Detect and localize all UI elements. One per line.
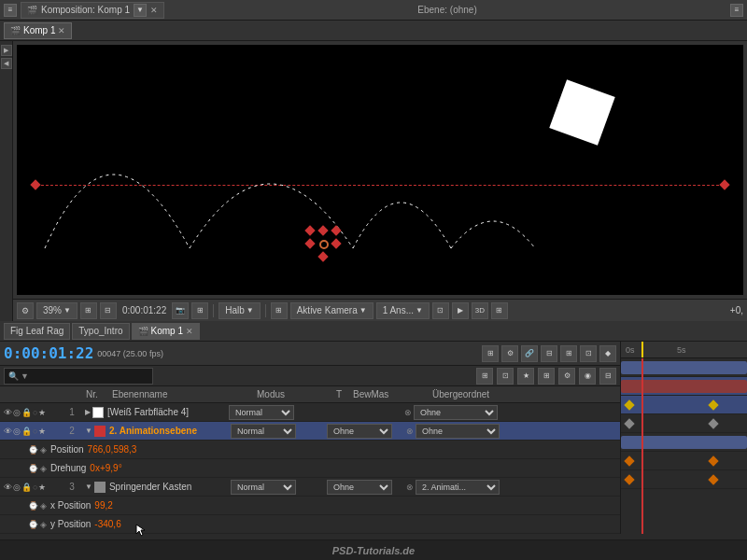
- layer1-nr: 1: [63, 407, 81, 417]
- comp-main-tab[interactable]: 🎬 Komp 1 ✕: [4, 22, 72, 39]
- tab-komp1-close[interactable]: ✕: [186, 327, 193, 336]
- layer3-lock[interactable]: 🔒: [21, 483, 32, 492]
- tl-icon-2[interactable]: ⚙: [501, 345, 518, 362]
- comp-settings-btn[interactable]: ⚙: [17, 302, 34, 319]
- comp-tab-dropdown[interactable]: ▼: [134, 4, 147, 17]
- search-icon: 🔍: [8, 371, 19, 381]
- layer1-expand[interactable]: ▶: [85, 408, 91, 416]
- tl-icon-7[interactable]: ◆: [599, 345, 616, 362]
- tl-icon-6[interactable]: ⊡: [580, 345, 597, 362]
- overlay-btn[interactable]: ⊡: [432, 302, 449, 319]
- comp-tab-x[interactable]: ✕: [58, 26, 65, 35]
- strip-btn-1[interactable]: ▶: [1, 45, 12, 56]
- layer2-uber-select[interactable]: Ohne: [416, 424, 500, 439]
- layer1-eye[interactable]: 👁: [4, 408, 12, 417]
- layer1-fx[interactable]: ★: [38, 408, 46, 417]
- layer2-name: 2. Animationsebene: [109, 426, 231, 436]
- layer2-lock[interactable]: 🔒: [21, 427, 32, 436]
- layer2-pos-value: 766,0,598,3: [88, 444, 137, 455]
- layer3-expand[interactable]: ▼: [85, 483, 92, 491]
- tl-icon-3[interactable]: 🔗: [521, 345, 538, 362]
- tl-ctrl-4[interactable]: ⊞: [538, 368, 555, 385]
- fit-btn[interactable]: ⊞: [80, 302, 97, 319]
- layer2-fx[interactable]: ★: [38, 427, 46, 436]
- layer2-mode-select[interactable]: Normal: [231, 424, 296, 439]
- timeline-left-panel: 0:00:01:22 00047 (25.00 fps) ⊞ ⚙ 🔗 ⊟ ⊞ ⊡…: [0, 342, 621, 534]
- layer3-fx[interactable]: ★: [38, 483, 46, 492]
- kf-xpos-1[interactable]: [624, 455, 634, 466]
- layer2-expand[interactable]: ▼: [85, 427, 92, 435]
- layer-row-1[interactable]: 👁 ◎ 🔒 ○ ★ 1 ▶ [Weiß Farbfläche 4] Normal: [0, 403, 620, 422]
- tl-ctrl-5[interactable]: ⚙: [558, 368, 575, 385]
- layer2-solo[interactable]: ◎: [13, 427, 21, 436]
- layer3-mode-select[interactable]: Normal: [231, 480, 296, 495]
- tl-ctrl-1[interactable]: ⊞: [476, 368, 493, 385]
- tl-ctrl-2[interactable]: ⊡: [497, 368, 514, 385]
- layer3-xpos-row: ⌚ ◈ x Position 99,2: [0, 497, 620, 515]
- layer3-color: [94, 482, 106, 493]
- layer1-motion[interactable]: ○: [33, 408, 37, 417]
- layer2-rot-icons: ⌚ ◈: [28, 464, 47, 473]
- tl-icon-5[interactable]: ⊞: [560, 345, 577, 362]
- layer3-eye[interactable]: 👁: [4, 483, 12, 492]
- tl-icon-4[interactable]: ⊟: [541, 345, 557, 362]
- view-select[interactable]: 1 Ans... ▼: [376, 302, 430, 319]
- tl-ctrl-3[interactable]: ★: [517, 368, 534, 385]
- layer3-uber-select[interactable]: 2. Animati...: [416, 480, 500, 495]
- 3d-btn[interactable]: 3D: [472, 302, 488, 319]
- layer1-name: [Weiß Farbfläche 4]: [107, 407, 229, 417]
- camera-btn[interactable]: 📷: [172, 302, 189, 319]
- tab-typo-intro[interactable]: Typo_Intro: [72, 323, 129, 340]
- pixel-btn[interactable]: ⊞: [491, 302, 508, 319]
- layer2-link-icon: ⊗: [406, 427, 414, 436]
- col-header-nr-label: Nr.: [86, 389, 112, 399]
- tl-track-2: [621, 377, 747, 396]
- layer1-uber-select[interactable]: Ohne: [414, 405, 498, 420]
- timeline-toolbar-icons: ⊞ ⚙ 🔗 ⊟ ⊞ ⊡ ◆: [482, 345, 616, 362]
- layer-row-2[interactable]: 👁 ◎ 🔒 ○ ★ 2 ▼ 2. Animationsebene Normal: [0, 422, 620, 441]
- layer1-lock[interactable]: 🔒: [21, 408, 32, 417]
- search-box[interactable]: 🔍 ▼: [4, 368, 153, 385]
- comp-viewer[interactable]: [17, 45, 743, 295]
- zoom-display[interactable]: 39% ▼: [36, 302, 78, 319]
- col-headers: Nr. Ebenenname Modus T BewMas Übergeordn…: [0, 386, 620, 403]
- tl-track-3-ypos: [621, 470, 747, 489]
- quality-select[interactable]: Halb ▼: [218, 302, 261, 319]
- layer2-eye[interactable]: 👁: [4, 427, 12, 436]
- snap-btn[interactable]: ⊟: [100, 302, 117, 319]
- kf-pos-1[interactable]: [624, 399, 634, 410]
- tl-icon-1[interactable]: ⊞: [482, 345, 499, 362]
- region-btn[interactable]: ⊞: [191, 302, 208, 319]
- kf-rot-1[interactable]: [624, 418, 634, 428]
- kf-pos-2[interactable]: [708, 399, 718, 410]
- kf-xpos-2[interactable]: [708, 455, 718, 466]
- tl-ctrl-7[interactable]: ⊟: [599, 368, 616, 385]
- layer1-solo[interactable]: ◎: [13, 408, 21, 417]
- layer3-solo[interactable]: ◎: [13, 483, 21, 492]
- comp-tab-close[interactable]: ✕: [150, 6, 158, 15]
- render-btn[interactable]: ▶: [452, 302, 469, 319]
- layer-row-3[interactable]: 👁 ◎ 🔒 ○ ★ 3 ▼ Springender Kasten Normal: [0, 478, 620, 497]
- layer2-bewmas-select[interactable]: Ohne: [327, 424, 392, 439]
- playhead-top[interactable]: [641, 342, 643, 357]
- camera-select[interactable]: Aktive Kamera ▼: [290, 302, 374, 319]
- tab-komp1[interactable]: 🎬 Komp 1 ✕: [132, 323, 200, 340]
- tab-fig-leaf-rag[interactable]: Fig Leaf Rag: [4, 323, 70, 340]
- grid-btn[interactable]: ⊞: [271, 302, 288, 319]
- tl-ctrl-6[interactable]: ◉: [579, 368, 596, 385]
- sep2: [265, 304, 266, 317]
- kf-rot-2[interactable]: [708, 418, 718, 428]
- strip-btn-2[interactable]: ◀: [1, 58, 12, 69]
- layer1-mode-select[interactable]: Normal: [229, 405, 294, 420]
- tl-track-2-rot: [621, 414, 747, 433]
- layer2-rot-icon1: ⌚: [28, 464, 38, 473]
- tl-bar-3: [621, 436, 747, 449]
- layer3-motion[interactable]: ○: [33, 483, 37, 492]
- kf-ypos-1[interactable]: [624, 474, 634, 484]
- tl-track-3: [621, 433, 747, 452]
- panel-menu-btn[interactable]: ≡: [4, 4, 17, 17]
- kf-ypos-2[interactable]: [708, 474, 718, 484]
- layer3-bewmas-select[interactable]: Ohne: [327, 480, 392, 495]
- panel-options-btn[interactable]: ≡: [730, 4, 743, 17]
- layer2-motion[interactable]: ○: [33, 427, 37, 436]
